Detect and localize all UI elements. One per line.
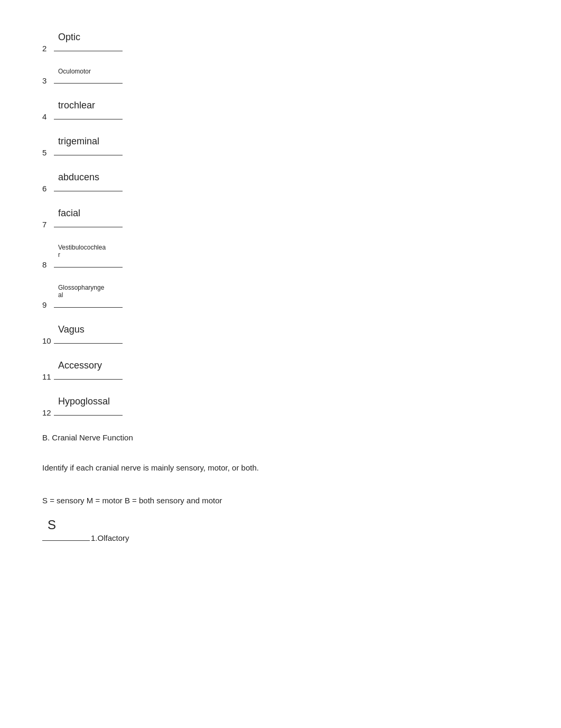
- nerve-line-9: 9: [42, 300, 519, 309]
- instruction-text: Identify if each cranial nerve is mainly…: [42, 462, 519, 474]
- legend-text: S = sensory M = motor B = both sensory a…: [42, 496, 519, 505]
- nerve-entry-10: Vagus10: [42, 324, 519, 345]
- nerve-line-11: 11: [42, 372, 519, 381]
- nerve-label-11: Accessory: [58, 360, 519, 371]
- nerve-entry-2: Optic2: [42, 32, 519, 53]
- nerve-line-8: 8: [42, 260, 519, 269]
- nerve-underline-8[interactable]: [54, 267, 123, 268]
- nerve-label-4: trochlear: [58, 100, 519, 111]
- nerve-entry-12: Hypoglossal12: [42, 396, 519, 417]
- nerve-number-7: 7: [42, 220, 53, 229]
- nerve-underline-6[interactable]: [54, 191, 123, 191]
- nerve-label-12: Hypoglossal: [58, 396, 519, 407]
- nerve-line-12: 12: [42, 408, 519, 417]
- function-underline-1: [42, 540, 90, 541]
- nerve-line-3: 3: [42, 76, 519, 85]
- nerve-number-5: 5: [42, 148, 53, 157]
- nerve-number-12: 12: [42, 408, 53, 417]
- nerve-label-2: Optic: [58, 32, 519, 43]
- nerve-underline-2[interactable]: [54, 51, 123, 51]
- nerve-number-9: 9: [42, 300, 53, 309]
- nerve-underline-5[interactable]: [54, 155, 123, 155]
- nerve-entry-4: trochlear4: [42, 100, 519, 121]
- nerve-label-3: Oculomotor: [58, 68, 519, 75]
- nerve-entry-9: Glossopharyngeal9: [42, 284, 519, 309]
- function-entry-1: S 1.Olfactory: [42, 518, 519, 542]
- section-b-title: B. Cranial Nerve Function: [42, 433, 519, 442]
- nerve-number-8: 8: [42, 260, 53, 269]
- nerve-entry-7: facial7: [42, 208, 519, 229]
- nerve-underline-12[interactable]: [54, 415, 123, 416]
- nerve-entry-6: abducens6: [42, 172, 519, 193]
- nerve-label-5: trigeminal: [58, 136, 519, 147]
- nerve-entry-8: Vestibulocochlear8: [42, 244, 519, 269]
- function-s-label: S: [48, 518, 519, 532]
- nerve-line-7: 7: [42, 220, 519, 229]
- nerve-number-2: 2: [42, 44, 53, 53]
- nerve-label-8: Vestibulocochlear: [58, 244, 519, 259]
- nerve-line-10: 10: [42, 336, 519, 345]
- nerve-label-7: facial: [58, 208, 519, 219]
- nerve-underline-11[interactable]: [54, 379, 123, 380]
- nerve-number-4: 4: [42, 112, 53, 121]
- nerve-line-6: 6: [42, 184, 519, 193]
- nerve-label-6: abducens: [58, 172, 519, 183]
- nerve-entry-3: Oculomotor3: [42, 68, 519, 85]
- nerve-label-9: Glossopharyngeal: [58, 284, 519, 299]
- nerve-label-10: Vagus: [58, 324, 519, 335]
- nerve-line-2: 2: [42, 44, 519, 53]
- nerve-number-3: 3: [42, 76, 53, 85]
- nerve-underline-9[interactable]: [54, 307, 123, 308]
- nerve-underline-7[interactable]: [54, 227, 123, 227]
- nerve-underline-3[interactable]: [54, 83, 123, 84]
- nerve-underline-10[interactable]: [54, 343, 123, 344]
- nerve-line-5: 5: [42, 148, 519, 157]
- function-line-1: 1.Olfactory: [42, 533, 519, 542]
- nerve-entry-5: trigeminal5: [42, 136, 519, 157]
- nerve-number-6: 6: [42, 184, 53, 193]
- nerve-entry-11: Accessory11: [42, 360, 519, 381]
- nerve-underline-4[interactable]: [54, 119, 123, 119]
- nerve-number-10: 10: [42, 336, 53, 345]
- function-nerve-olfactory: 1.Olfactory: [91, 533, 129, 542]
- nerve-number-11: 11: [42, 372, 53, 381]
- nerve-line-4: 4: [42, 112, 519, 121]
